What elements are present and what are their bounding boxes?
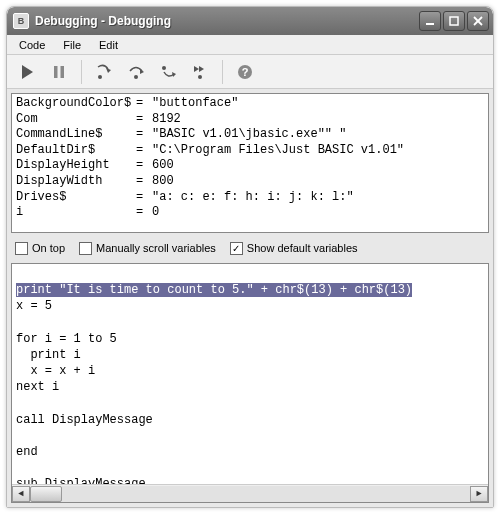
variable-row[interactable]: Com= 8192 — [16, 112, 484, 128]
step-into-icon — [95, 63, 113, 81]
variable-name: Com — [16, 112, 136, 128]
variable-row[interactable]: BackgroundColor$= "buttonface" — [16, 96, 484, 112]
help-icon: ? — [236, 63, 254, 81]
variable-name: DisplayHeight — [16, 158, 136, 174]
variable-value: "buttonface" — [152, 96, 238, 112]
close-icon — [473, 16, 483, 26]
variable-name: DefaultDir$ — [16, 143, 136, 159]
equals-sign: = — [136, 127, 152, 143]
on-top-label: On top — [32, 242, 65, 254]
code-pane[interactable]: print "It is time to count to 5." + chr$… — [11, 263, 489, 503]
pause-button[interactable] — [45, 59, 73, 85]
variable-row[interactable]: DisplayWidth= 800 — [16, 174, 484, 190]
step-over-icon — [127, 63, 145, 81]
equals-sign: = — [136, 190, 152, 206]
equals-sign: = — [136, 174, 152, 190]
variable-row[interactable]: CommandLine$= "BASIC v1.01\jbasic.exe"" … — [16, 127, 484, 143]
svg-point-7 — [98, 75, 102, 79]
menu-code[interactable]: Code — [11, 37, 53, 53]
toolbar: ? — [7, 55, 493, 89]
variable-value: 800 — [152, 174, 174, 190]
step-out-button[interactable] — [154, 59, 182, 85]
svg-marker-14 — [199, 66, 204, 72]
svg-marker-8 — [106, 68, 111, 73]
variable-value: 0 — [152, 205, 159, 221]
client-area: BackgroundColor$= "buttonface"Com= 8192C… — [7, 89, 493, 507]
run-to-button[interactable] — [186, 59, 214, 85]
variable-name: DisplayWidth — [16, 174, 136, 190]
on-top-checkbox[interactable]: On top — [15, 242, 65, 255]
variables-pane[interactable]: BackgroundColor$= "buttonface"Com= 8192C… — [11, 93, 489, 233]
variable-name: i — [16, 205, 136, 221]
variable-value: "a: c: e: f: h: i: j: k: l:" — [152, 190, 354, 206]
manual-scroll-checkbox[interactable]: Manually scroll variables — [79, 242, 216, 255]
window-title: Debugging - Debugging — [35, 14, 419, 28]
menu-edit[interactable]: Edit — [91, 37, 126, 53]
equals-sign: = — [136, 96, 152, 112]
scroll-track[interactable] — [30, 486, 470, 502]
options-row: On top Manually scroll variables ✓ Show … — [11, 237, 489, 259]
equals-sign: = — [136, 143, 152, 159]
svg-marker-12 — [172, 72, 176, 77]
variable-row[interactable]: i= 0 — [16, 205, 484, 221]
scroll-left-button[interactable]: ◄ — [12, 486, 30, 502]
show-defaults-checkbox[interactable]: ✓ Show default variables — [230, 242, 358, 255]
menubar: Code File Edit — [7, 35, 493, 55]
svg-marker-10 — [140, 69, 144, 74]
show-defaults-label: Show default variables — [247, 242, 358, 254]
svg-point-9 — [134, 75, 138, 79]
code-inner: print "It is time to count to 5." + chr$… — [12, 264, 488, 484]
svg-rect-0 — [426, 23, 434, 25]
checkbox-box: ✓ — [230, 242, 243, 255]
variable-row[interactable]: Drives$= "a: c: e: f: h: i: j: k: l:" — [16, 190, 484, 206]
run-to-icon — [191, 63, 209, 81]
svg-rect-5 — [54, 66, 58, 78]
variable-row[interactable]: DefaultDir$= "C:\Program Files\Just BASI… — [16, 143, 484, 159]
code-body: x = 5 for i = 1 to 5 print i x = x + i n… — [16, 299, 160, 484]
variable-value: "C:\Program Files\Just BASIC v1.01" — [152, 143, 404, 159]
maximize-button[interactable] — [443, 11, 465, 31]
variable-name: Drives$ — [16, 190, 136, 206]
app-icon: B — [13, 13, 29, 29]
step-out-icon — [159, 63, 177, 81]
step-into-button[interactable] — [90, 59, 118, 85]
app-window: B Debugging - Debugging Code File Edit — [6, 6, 494, 508]
run-button[interactable] — [13, 59, 41, 85]
svg-point-15 — [198, 75, 202, 79]
svg-rect-6 — [61, 66, 65, 78]
svg-text:?: ? — [242, 66, 249, 78]
equals-sign: = — [136, 112, 152, 128]
close-button[interactable] — [467, 11, 489, 31]
minimize-icon — [425, 16, 435, 26]
variable-value: "BASIC v1.01\jbasic.exe"" " — [152, 127, 346, 143]
titlebar[interactable]: B Debugging - Debugging — [7, 7, 493, 35]
variable-row[interactable]: DisplayHeight= 600 — [16, 158, 484, 174]
menu-file[interactable]: File — [55, 37, 89, 53]
minimize-button[interactable] — [419, 11, 441, 31]
scroll-thumb[interactable] — [30, 486, 62, 502]
variable-name: CommandLine$ — [16, 127, 136, 143]
pause-icon — [50, 63, 68, 81]
checkbox-box — [79, 242, 92, 255]
svg-marker-4 — [22, 65, 33, 79]
equals-sign: = — [136, 158, 152, 174]
step-over-button[interactable] — [122, 59, 150, 85]
chevron-right-icon: ► — [476, 489, 481, 499]
chevron-left-icon: ◄ — [18, 489, 23, 499]
manual-scroll-label: Manually scroll variables — [96, 242, 216, 254]
toolbar-separator — [81, 60, 82, 84]
equals-sign: = — [136, 205, 152, 221]
highlighted-line: print "It is time to count to 5." + chr$… — [16, 283, 412, 297]
variable-value: 600 — [152, 158, 174, 174]
help-button[interactable]: ? — [231, 59, 259, 85]
scroll-right-button[interactable]: ► — [470, 486, 488, 502]
toolbar-separator — [222, 60, 223, 84]
maximize-icon — [449, 16, 459, 26]
variable-name: BackgroundColor$ — [16, 96, 136, 112]
checkbox-box — [15, 242, 28, 255]
svg-point-11 — [162, 66, 166, 70]
horizontal-scrollbar[interactable]: ◄ ► — [12, 484, 488, 502]
variable-value: 8192 — [152, 112, 181, 128]
svg-rect-1 — [450, 17, 458, 25]
play-icon — [18, 63, 36, 81]
